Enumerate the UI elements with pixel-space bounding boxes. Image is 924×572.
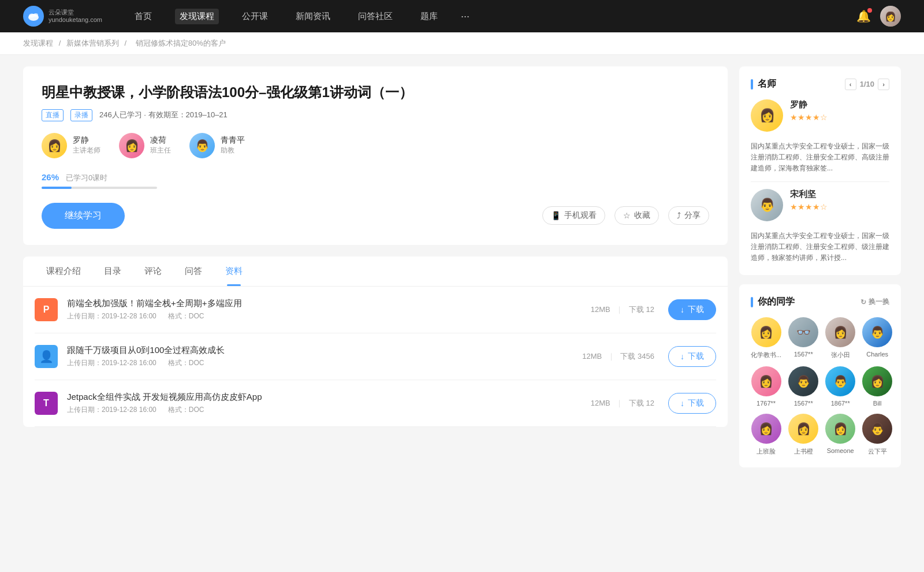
nav-qa[interactable]: 问答社区 xyxy=(353,9,397,24)
navigation: 云朵课堂 yundouketang.com 首页 发现课程 公开课 新闻资讯 问… xyxy=(0,0,924,32)
resource-item-1: 👤 跟随千万级项目从0到100全过程高效成长 上传日期：2019-12-28 1… xyxy=(35,333,716,380)
sidebar-teacher-desc-0: 国内某重点大学安全工程专业硕士，国家一级注册消防工程师、注册安全工程师、高级注册… xyxy=(751,141,889,174)
classmate-avatar-4: 👩 xyxy=(751,366,781,396)
notification-bell[interactable]: 🔔 xyxy=(856,9,871,23)
tab-review[interactable]: 评论 xyxy=(133,257,173,286)
classmate-avatar-0: 👩 xyxy=(751,317,781,347)
notification-dot xyxy=(867,8,872,13)
breadcrumb-discover[interactable]: 发现课程 xyxy=(23,39,53,47)
classmate-4[interactable]: 👩 1767** xyxy=(751,366,781,407)
classmates-sidebar-card: 你的同学 ↻ 换一换 👩 化学教书... 👓 1567** 👩 xyxy=(739,284,901,467)
course-meta: 直播 录播 246人已学习 · 有效期至：2019–10–21 xyxy=(42,109,709,121)
course-title: 明星中教授课，小学阶段语法100分–强化级第1讲动词（一） xyxy=(42,83,709,102)
progress-section: 26% 已学习0课时 xyxy=(42,172,709,189)
classmate-9[interactable]: 👩 上书橙 xyxy=(788,414,818,456)
logo-text: 云朵课堂 yundouketang.com xyxy=(49,9,102,24)
page-info: 1/10 xyxy=(860,80,874,88)
classmate-6[interactable]: 👨 1867** xyxy=(825,366,855,407)
mobile-view-button[interactable]: 📱 手机观看 xyxy=(542,206,605,225)
teachers-title-text: 名师 xyxy=(758,78,776,90)
teacher-name-0: 罗静 xyxy=(73,135,100,146)
sidebar-teacher-1: 👨 宋利坚 ★★★★☆ xyxy=(751,189,889,221)
download-icon-2: ↓ xyxy=(680,399,684,408)
resource-item-2: T Jetpack全组件实战 开发短视频应用高仿皮皮虾App 上传日期：2019… xyxy=(35,380,716,427)
teacher-avatar-1: 👩 xyxy=(119,133,144,158)
nav-problems[interactable]: 题库 xyxy=(416,9,442,24)
download-button-1[interactable]: ↓ 下载 xyxy=(668,346,716,367)
classmate-0[interactable]: 👩 化学教书... xyxy=(751,317,781,359)
classmate-name-6: 1867** xyxy=(831,400,850,407)
download-button-2[interactable]: ↓ 下载 xyxy=(668,393,716,414)
next-page-button[interactable]: › xyxy=(878,79,889,90)
classmates-title-text: 你的同学 xyxy=(758,296,795,308)
collect-button[interactable]: ☆ 收藏 xyxy=(614,206,659,225)
nav-home[interactable]: 首页 xyxy=(130,9,157,24)
classmate-name-8: 上班脸 xyxy=(757,447,776,456)
classmate-7[interactable]: 👩 Bill xyxy=(862,366,892,407)
refresh-classmates-button[interactable]: ↻ 换一换 xyxy=(860,297,889,307)
action-buttons: 📱 手机观看 ☆ 收藏 ⤴ 分享 xyxy=(542,206,709,225)
classmate-10[interactable]: 👩 Someone xyxy=(825,414,855,456)
prev-page-button[interactable]: ‹ xyxy=(845,79,856,90)
download-icon-1: ↓ xyxy=(680,352,684,361)
resource-name-1: 跟随千万级项目从0到100全过程高效成长 xyxy=(67,345,582,356)
right-sidebar: 名师 ‹ 1/10 › 👩 罗静 ★★★★☆ 国内某重点大学安全工程专业硕 xyxy=(739,66,901,477)
logo-icon xyxy=(23,6,44,27)
main-layout: 明星中教授课，小学阶段语法100分–强化级第1讲动词（一） 直播 录播 246人… xyxy=(0,55,924,488)
resource-meta-1: 上传日期：2019-12-28 16:00 格式：DOC xyxy=(67,358,582,368)
breadcrumb: 发现课程 / 新媒体营销系列 / 销冠修炼术搞定80%的客户 xyxy=(0,32,924,55)
course-enrollment: 246人已学习 · 有效期至：2019–10–21 xyxy=(99,110,228,120)
classmate-8[interactable]: 👩 上班脸 xyxy=(751,414,781,456)
classmate-avatar-2: 👩 xyxy=(825,317,855,347)
badge-record: 录播 xyxy=(70,109,92,121)
nav-news[interactable]: 新闻资讯 xyxy=(291,9,335,24)
resource-icon-0: P xyxy=(35,298,58,321)
classmate-name-4: 1767** xyxy=(757,400,776,407)
classmate-2[interactable]: 👩 张小田 xyxy=(825,317,855,359)
teacher-role-1: 班主任 xyxy=(150,146,171,155)
tab-intro[interactable]: 课程介绍 xyxy=(35,257,92,286)
user-avatar[interactable]: 👩 xyxy=(880,6,901,27)
collect-label: 收藏 xyxy=(634,210,650,221)
classmate-3[interactable]: 👨 Charles xyxy=(862,317,892,359)
classmate-avatar-10: 👩 xyxy=(825,414,855,444)
refresh-label: 换一换 xyxy=(869,297,889,307)
resource-icon-2: T xyxy=(35,392,58,415)
logo[interactable]: 云朵课堂 yundouketang.com xyxy=(23,6,102,27)
resource-stats-0: 12MB ｜ 下载 12 xyxy=(591,304,654,315)
breadcrumb-series[interactable]: 新媒体营销系列 xyxy=(66,39,119,47)
nav-open[interactable]: 公开课 xyxy=(237,9,273,24)
tab-resources[interactable]: 资料 xyxy=(214,257,254,286)
sidebar-teacher-avatar-1: 👨 xyxy=(751,189,783,221)
classmate-avatar-9: 👩 xyxy=(788,414,818,444)
teacher-name-2: 青青平 xyxy=(221,135,245,146)
classmate-name-10: Someone xyxy=(827,447,854,454)
resource-name-0: 前端全栈加强版！前端全栈+全周期+多端应用 xyxy=(67,298,591,309)
classmate-name-11: 云下平 xyxy=(868,447,887,456)
teacher-item-2: 👨 青青平 助教 xyxy=(189,133,245,158)
classmate-name-5: 1567** xyxy=(794,400,813,407)
classmate-avatar-6: 👨 xyxy=(825,366,855,396)
tab-catalog[interactable]: 目录 xyxy=(92,257,133,286)
teacher-item-0: 👩 罗静 主讲老师 xyxy=(42,133,100,158)
classmate-avatar-5: 👨 xyxy=(788,366,818,396)
classmate-1[interactable]: 👓 1567** xyxy=(788,317,818,359)
classmates-title-bar xyxy=(751,297,753,307)
nav-more[interactable]: ··· xyxy=(461,10,470,23)
classmate-5[interactable]: 👨 1567** xyxy=(788,366,818,407)
tabs-section: 课程介绍 目录 评论 问答 资料 P 前端全栈加强版！前端全栈+全周期+多端应用… xyxy=(23,257,728,427)
download-button-0[interactable]: ↓ 下载 xyxy=(668,299,716,320)
sidebar-teacher-name-0: 罗静 xyxy=(790,99,889,110)
classmate-name-2: 张小田 xyxy=(831,351,850,359)
tabs-header: 课程介绍 目录 评论 问答 资料 xyxy=(23,257,728,287)
classmate-11[interactable]: 👨 云下平 xyxy=(862,414,892,456)
resource-stats-1: 12MB ｜ 下载 3456 xyxy=(582,351,654,362)
svg-point-2 xyxy=(33,13,38,17)
continue-learning-button[interactable]: 继续学习 xyxy=(42,203,125,229)
mobile-label: 手机观看 xyxy=(564,210,597,221)
nav-discover[interactable]: 发现课程 xyxy=(175,9,219,24)
progress-percent: 26% xyxy=(42,172,59,182)
classmates-grid: 👩 化学教书... 👓 1567** 👩 张小田 👨 Charles 👩 xyxy=(751,317,889,456)
share-button[interactable]: ⤴ 分享 xyxy=(668,206,709,225)
tab-qa[interactable]: 问答 xyxy=(173,257,214,286)
